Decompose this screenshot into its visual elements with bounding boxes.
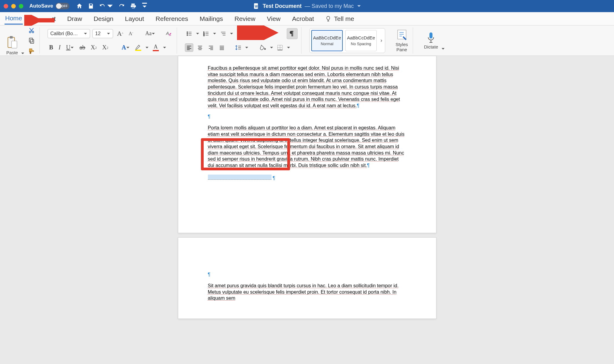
redo-icon[interactable]: [118, 3, 125, 9]
change-case-button[interactable]: Aa: [144, 30, 157, 37]
styles-pane-button[interactable]: Styles Pane: [392, 29, 411, 52]
paragraph[interactable]: Porta lorem mollis aliquam ut porttitor …: [208, 125, 406, 169]
document-page-1[interactable]: Faucibus a pellentesque sit amet porttit…: [178, 56, 436, 233]
superscript-button[interactable]: X2: [101, 44, 110, 51]
tab-acrobat[interactable]: Acrobat: [292, 13, 315, 24]
document-canvas[interactable]: Faucibus a pellentesque sit amet porttit…: [0, 56, 614, 364]
bullet-list-dropdown[interactable]: [196, 32, 199, 35]
close-window-button[interactable]: [4, 4, 8, 8]
align-left-button[interactable]: [185, 43, 193, 52]
styles-gallery[interactable]: AaBbCcDdEe Normal AaBbCcDdEe No Spacing …: [309, 28, 385, 53]
align-center-button[interactable]: [196, 43, 204, 52]
font-size-value: 12: [95, 31, 101, 36]
decrease-font-size-button[interactable]: Aˇ: [127, 31, 135, 36]
underline-button[interactable]: U: [65, 44, 75, 51]
group-styles-pane: Styles Pane: [391, 27, 413, 54]
empty-paragraph-mark[interactable]: ¶: [208, 272, 406, 278]
tab-view[interactable]: View: [266, 13, 281, 24]
justify-button[interactable]: [218, 43, 226, 52]
paste-button[interactable]: Paste: [6, 35, 18, 55]
style-no-spacing[interactable]: AaBbCcDdEe No Spacing: [345, 30, 377, 51]
tab-draw[interactable]: Draw: [67, 13, 83, 24]
autosave-switch[interactable]: OFF: [55, 3, 69, 9]
chevron-down-icon[interactable]: [357, 4, 361, 8]
increase-indent-button[interactable]: [255, 29, 264, 38]
svg-text:W: W: [255, 5, 258, 8]
shading-button[interactable]: [259, 43, 267, 52]
customize-qat-icon[interactable]: [141, 3, 146, 9]
autosave-toggle[interactable]: AutoSave OFF: [29, 3, 69, 9]
line-spacing-button[interactable]: [234, 43, 242, 52]
minimize-window-button[interactable]: [11, 4, 16, 8]
text-effects-button[interactable]: A: [120, 44, 131, 51]
dictate-button[interactable]: Dictate: [421, 31, 441, 50]
document-page-2[interactable]: ¶ Sit amet purus gravida quis blandit tu…: [178, 237, 436, 319]
clipboard-icon: [6, 35, 18, 49]
shading-dropdown[interactable]: [270, 46, 273, 49]
tab-insert-partial[interactable]: rt: [51, 13, 56, 24]
tab-design[interactable]: Design: [93, 13, 114, 24]
undo-button[interactable]: [99, 3, 113, 9]
align-right-button[interactable]: [207, 43, 215, 52]
group-styles: AaBbCcDdEe Normal AaBbCcDdEe No Spacing …: [306, 27, 386, 54]
multilevel-list-dropdown[interactable]: [230, 32, 233, 35]
font-name-select[interactable]: Calibri (Bo…: [48, 29, 90, 38]
dictate-dropdown[interactable]: [441, 47, 445, 51]
numbered-list-dropdown[interactable]: [213, 32, 216, 35]
font-color-dropdown[interactable]: [163, 46, 166, 49]
tell-me-search[interactable]: Tell me: [325, 15, 354, 22]
show-hide-paragraph-marks-button[interactable]: [287, 28, 298, 39]
tab-home[interactable]: Home: [5, 13, 23, 25]
borders-dropdown[interactable]: [287, 46, 290, 49]
increase-font-size-button[interactable]: A^: [115, 30, 125, 38]
styles-pane-label: Styles Pane: [395, 42, 408, 52]
line-spacing-dropdown[interactable]: [245, 46, 249, 49]
subscript-button[interactable]: X2: [89, 44, 98, 51]
empty-paragraph-mark[interactable]: ¶: [208, 114, 406, 120]
tab-mailings[interactable]: Mailings: [199, 13, 224, 24]
home-icon[interactable]: [76, 3, 83, 9]
svg-rect-6: [10, 36, 13, 38]
svg-rect-10: [30, 39, 34, 43]
tab-references[interactable]: References: [155, 13, 189, 24]
italic-button[interactable]: I: [57, 44, 62, 51]
decrease-indent-button[interactable]: [244, 29, 253, 38]
tab-review[interactable]: Review: [234, 13, 256, 24]
print-icon[interactable]: [130, 3, 136, 9]
highlight-color-button[interactable]: [134, 44, 143, 51]
save-icon[interactable]: [88, 3, 94, 9]
document-title[interactable]: W Test Document — Saved to my Mac: [253, 3, 361, 9]
numbered-list-button[interactable]: 123: [202, 29, 210, 38]
tell-me-label: Tell me: [334, 15, 354, 22]
style-normal-label: Normal: [321, 42, 333, 46]
highlight-color-dropdown[interactable]: [145, 46, 149, 49]
format-painter-button[interactable]: [27, 47, 36, 55]
style-sample: AaBbCcDdEe: [313, 35, 341, 40]
multilevel-list-button[interactable]: [219, 29, 227, 38]
font-color-button[interactable]: A: [151, 44, 160, 51]
clear-formatting-button[interactable]: A: [165, 29, 173, 38]
bold-button[interactable]: B: [48, 44, 55, 51]
cut-button[interactable]: [27, 26, 36, 35]
window-traffic-lights: [0, 4, 27, 8]
group-clipboard: Paste: [2, 27, 40, 54]
bullet-list-button[interactable]: [185, 29, 193, 38]
zoom-window-button[interactable]: [19, 4, 23, 8]
group-dictate: Dictate: [417, 27, 449, 54]
style-normal[interactable]: AaBbCcDdEe Normal: [311, 30, 343, 51]
font-size-select[interactable]: 12: [92, 29, 113, 38]
lightbulb-icon: [325, 15, 332, 22]
autosave-label: AutoSave: [29, 3, 53, 9]
dictate-label: Dictate: [424, 45, 438, 50]
paste-dropdown[interactable]: [21, 52, 25, 55]
styles-more-button[interactable]: ›: [379, 37, 383, 44]
svg-point-17: [187, 33, 188, 34]
copy-button[interactable]: [27, 36, 36, 45]
page-break-selection[interactable]: ¶: [208, 174, 406, 182]
strikethrough-button[interactable]: ab: [78, 44, 87, 51]
borders-button[interactable]: [276, 43, 284, 52]
paragraph[interactable]: Sit amet purus gravida quis blandit turp…: [208, 283, 406, 302]
tab-layout[interactable]: Layout: [124, 13, 145, 24]
paragraph[interactable]: Faucibus a pellentesque sit amet porttit…: [208, 65, 406, 109]
font-name-value: Calibri (Bo…: [50, 31, 78, 36]
